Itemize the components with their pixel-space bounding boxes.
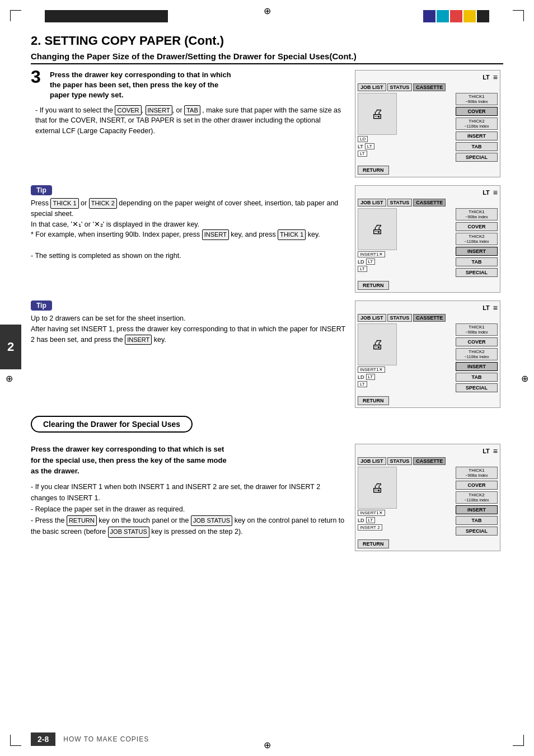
ld-drawer3: LD	[358, 374, 364, 380]
clearing-two-col: Press the drawer key corresponding to th…	[31, 444, 503, 551]
panel-buttons-row-4: JOB LIST STATUS CASSETTE	[358, 457, 498, 465]
status-btn-3[interactable]: STATUS	[387, 314, 413, 322]
tab-btn-4[interactable]: TAB	[456, 516, 498, 525]
thick1-box-4: THICK1~90lbs Index	[456, 467, 498, 479]
cover-btn-4[interactable]: COVER	[456, 481, 498, 490]
special-btn-2[interactable]: SPECIAL	[456, 268, 498, 277]
panel-right-4: THICK1~90lbs Index COVER THICK2~110lbs I…	[456, 467, 498, 536]
page-header: 2. SETTING COPY PAPER (Cont.) Changing t…	[31, 34, 503, 64]
cs-black	[477, 10, 489, 22]
panel-labels-1: LD LT LT LT	[358, 136, 453, 157]
tip1-content: Press THICK 1 or THICK 2 depending on th…	[31, 198, 346, 261]
panel-top-bar-4: LT ≡	[358, 447, 498, 456]
tip2-label: Tip	[31, 300, 52, 311]
job-list-btn-1[interactable]: JOB LIST	[358, 83, 386, 91]
return-btn-3[interactable]: RETURN	[358, 396, 389, 405]
corner-tr	[513, 10, 524, 21]
job-list-btn-3[interactable]: JOB LIST	[358, 314, 386, 322]
insert1c-label: INSERT1✕	[358, 510, 385, 516]
corner-br	[513, 735, 524, 746]
clearing-left: Press the drawer key corresponding to th…	[31, 444, 346, 551]
machine-icon-2: 🖨	[371, 223, 383, 236]
machine-icon-3: 🖨	[371, 339, 383, 351]
job-list-btn-2[interactable]: JOB LIST	[358, 199, 386, 206]
job-status-key-cl2: JOB STATUS	[108, 527, 149, 538]
cassette-btn-3[interactable]: CASSETTE	[413, 314, 446, 322]
ld-drawer: LD	[358, 259, 364, 265]
return-btn-2[interactable]: RETURN	[358, 281, 389, 290]
panel-buttons-row-1: JOB LIST STATUS CASSETTE	[358, 83, 498, 91]
panel-diagram-3: LT ≡ JOB LIST STATUS CASSETTE 🖨	[355, 300, 500, 408]
machine-block-2: 🖨	[358, 208, 397, 250]
special-btn-1[interactable]: SPECIAL	[456, 153, 498, 162]
crosshair-top: ⊕	[264, 6, 271, 16]
crosshair-left: ⊕	[6, 373, 13, 383]
tab-btn-2[interactable]: TAB	[456, 257, 498, 266]
crosshair-right: ⊕	[521, 373, 528, 383]
special-btn-4[interactable]: SPECIAL	[456, 527, 498, 536]
clearing-body: Press the drawer key corresponding to th…	[31, 444, 346, 477]
return-btn-4[interactable]: RETURN	[358, 539, 389, 548]
cover-btn-2[interactable]: COVER	[456, 222, 498, 231]
return-row-2: RETURN	[358, 279, 498, 290]
status-btn-2[interactable]: STATUS	[387, 199, 413, 206]
tip1-left: Tip Press THICK 1 or THICK 2 depending o…	[31, 185, 346, 293]
status-btn-1[interactable]: STATUS	[387, 83, 413, 91]
cassette-btn-4[interactable]: CASSETTE	[413, 457, 446, 465]
clearing-section: Clearing the Drawer for Special Uses Pre…	[31, 416, 503, 551]
label-row-ld: LD	[358, 136, 453, 142]
lt-label-3: LT	[483, 304, 490, 311]
return-btn-1[interactable]: RETURN	[358, 166, 389, 175]
return-row-3: RETURN	[358, 395, 498, 405]
label-row-insert1: INSERT1✕	[358, 251, 453, 257]
thick2-box-3: THICK2~110lbs Index	[456, 348, 498, 360]
panel-right-2: THICK1~90lbs Index COVER THICK2~110lbs I…	[456, 208, 498, 277]
tip1-label: Tip	[31, 185, 52, 195]
panel-main-3: 🖨 INSERT1✕ LD LT LT	[358, 323, 498, 392]
clearing-title-wrapper: Clearing the Drawer for Special Uses	[31, 416, 503, 438]
wifi-icon-3: ≡	[493, 303, 498, 312]
status-btn-4[interactable]: STATUS	[387, 457, 413, 465]
tab-btn-3[interactable]: TAB	[456, 373, 498, 382]
cassette-btn-1[interactable]: CASSETTE	[413, 83, 446, 91]
label-row-lt: LT LT	[358, 143, 453, 149]
panel-labels-3: INSERT1✕ LD LT LT	[358, 367, 453, 387]
job-list-btn-4[interactable]: JOB LIST	[358, 457, 386, 465]
insert-btn-1[interactable]: INSERT	[456, 132, 498, 140]
cover-btn-3[interactable]: COVER	[456, 337, 498, 346]
cassette-btn-2[interactable]: CASSETTE	[413, 199, 446, 206]
machine-block-4: 🖨	[358, 467, 397, 509]
cs-blue	[423, 10, 435, 22]
panel-main-4: 🖨 INSERT1✕ LD LT	[358, 467, 498, 536]
insert-key-tip2: INSERT	[125, 335, 152, 345]
panel-left-2: 🖨 INSERT1✕ LD LT LT	[358, 208, 453, 277]
machine-block-1: 🖨	[358, 93, 397, 135]
tab-btn-1[interactable]: TAB	[456, 142, 498, 151]
lt-label-2: LT	[483, 189, 490, 196]
step3-left: 3 Press the drawer key corresponding to …	[31, 70, 346, 177]
label-row-ld3: LD LT	[358, 374, 453, 380]
lt-box2: LT	[358, 151, 367, 157]
panel-right-1: THICK1~90lbs Index COVER THICK2~110lbs I…	[456, 93, 498, 162]
insert-btn-2[interactable]: INSERT	[456, 247, 498, 256]
cover-btn-1[interactable]: COVER	[456, 107, 498, 116]
panel-left-4: 🖨 INSERT1✕ LD LT	[358, 467, 453, 536]
insert-btn-4[interactable]: INSERT	[456, 505, 498, 514]
thick2-key: THICK 2	[89, 198, 117, 209]
clearing-panel: LT ≡ JOB LIST STATUS CASSETTE 🖨	[355, 444, 503, 551]
special-btn-3[interactable]: SPECIAL	[456, 383, 498, 392]
step3-row: 3 Press the drawer key corresponding to …	[31, 70, 346, 101]
insert-btn-3[interactable]: INSERT	[456, 362, 498, 371]
step3-panel: LT ≡ JOB LIST STATUS CASSETTE 🖨	[355, 70, 503, 177]
panel-top-bar-3: LT ≡	[358, 303, 498, 312]
page-subtitle: Changing the Paper Size of the Drawer/Se…	[31, 51, 503, 64]
lt-box4: LT	[358, 266, 367, 272]
side-tab-number: 2	[0, 325, 21, 369]
panel-top-bar-2: LT ≡	[358, 188, 498, 197]
page-number: 2-8	[31, 732, 55, 746]
cs-red	[450, 10, 462, 22]
insert2-label: INSERT 2	[358, 524, 382, 530]
lt-label-1: LT	[483, 74, 490, 81]
clearing-list: - If you clear INSERT 1 when both INSERT…	[31, 481, 346, 538]
thick1-box-2: THICK1~90lbs Index	[456, 208, 498, 220]
